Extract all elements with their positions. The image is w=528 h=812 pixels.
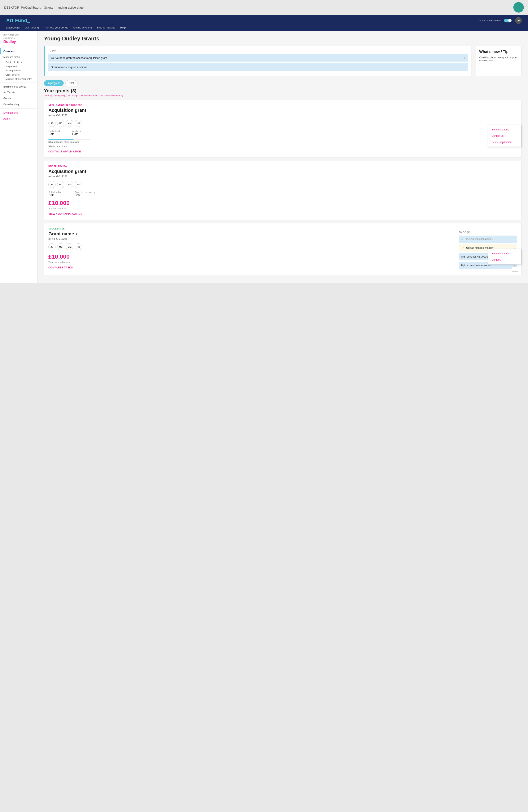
todo-label: TO DO (48, 49, 468, 52)
amount-1: £10,000 (48, 200, 517, 206)
progress-bar-fill (48, 139, 73, 140)
sidebar-sub-order-posters[interactable]: Order posters (0, 73, 38, 77)
nav-help[interactable]: Help (120, 26, 126, 29)
sidebar-sub-details[interactable]: Details, & offers (0, 60, 38, 64)
dates-row-0: Last edited Date Apply by Date (48, 130, 517, 136)
progress-bar-wrap: 3/5 application steps complete (48, 139, 517, 143)
task-item-0[interactable]: ✔ <Action condition name> (459, 235, 517, 243)
user-avatar[interactable]: JB (515, 17, 522, 24)
top-nav: Art Fund_ For Art Professionals JB Dashb… (0, 15, 528, 31)
toggle-label: For Art Professionals (480, 19, 501, 22)
avatar-mc-0: MC (57, 120, 64, 127)
amount-2: £10,000 (48, 253, 455, 260)
sidebar-item-crowdfunding[interactable]: Crowdfunding (0, 101, 38, 107)
institution-name: Dudley (3, 40, 34, 44)
avatars-row-1: JB MC MM HK (48, 181, 517, 188)
sidebar-item-my-museums[interactable]: My museums (0, 110, 38, 116)
sidebar-sub-museum-year[interactable]: Museum of the Year entry (0, 77, 38, 81)
whats-new-text: Could be about new grant or grant openin… (479, 56, 518, 62)
submitted-label: Submitted on (48, 191, 62, 193)
nav-online-ticketing[interactable]: Online ticketing (73, 26, 92, 29)
warning-icon: ⚠ (462, 246, 465, 250)
apply-by-val: Date (72, 132, 79, 136)
dropdown-menu-0: Invite colleague Contact us Delete appli… (488, 125, 522, 147)
nav-blog-insights[interactable]: Blog & Insights (97, 26, 115, 29)
grant-ref-0: ref no: G-017246 (48, 114, 517, 117)
more-options-button-2[interactable]: ··· (512, 266, 518, 272)
continue-application-link[interactable]: CONTINUE APPLICATION (48, 150, 81, 153)
tabs-row: In progress Past (44, 80, 522, 86)
todo-item-1[interactable]: Grant name x requires actions › (48, 63, 468, 71)
task-label-0: <Action condition name> (465, 238, 493, 241)
main-layout: INSTITUTION drop down ▾ Dudley Overview … (0, 31, 528, 283)
dropdown-invite-colleague-2[interactable]: Invite colleague (488, 250, 521, 257)
sidebar-item-admin[interactable]: Admin (0, 116, 38, 122)
avatar-mc-2: MC (57, 243, 64, 250)
nav-promote-venue[interactable]: Promote your venue (44, 26, 68, 29)
sidebar-sub-art-map[interactable]: Art Map details (0, 69, 38, 73)
institution-dropdown[interactable]: drop down ▾ (3, 37, 34, 39)
nav-get-funding[interactable]: Get funding (25, 26, 39, 29)
last-edited-label: Last edited (48, 130, 60, 132)
grant-card-0: APPLICATION IN PROGRESS Acquisition gran… (44, 100, 522, 158)
grant-ref-2: ref no: G-017246 (48, 237, 455, 241)
avatar-mm-0: MM (66, 120, 73, 127)
sidebar-item-exhibitions[interactable]: Exhibitions & events (0, 84, 38, 90)
decorative-avatar (513, 2, 524, 13)
institution-block: INSTITUTION drop down ▾ Dudley (0, 31, 38, 46)
grant-ref-1: ref no: G-017246 (48, 175, 517, 178)
main-content: Young Dudley Grants TO DO You've been gr… (38, 31, 528, 283)
progress-bar-bg (48, 139, 90, 140)
tab-past[interactable]: Past (66, 80, 77, 86)
task-label-2: Sign contract via DocuSign (461, 255, 491, 258)
avatar-mm-1: MM (66, 181, 73, 188)
avatar-hk-1: HK (75, 181, 82, 188)
avatar-mm-2: MM (66, 243, 73, 250)
tab-in-progress[interactable]: In progress (44, 80, 64, 86)
whats-new-title: What's new / Tip (479, 49, 518, 54)
dropdown-chevron-icon: ▾ (14, 37, 15, 39)
dropdown-contact-2[interactable]: Contact... (488, 257, 521, 263)
sidebar-sub-image-bank[interactable]: Image bank (0, 64, 38, 69)
nav-links: Dashboard Get funding Promote your venue… (0, 24, 528, 31)
sidebar-item-overview[interactable]: Overview (0, 48, 38, 54)
sidebar: INSTITUTION drop down ▾ Dudley Overview … (0, 31, 38, 283)
top-cards: TO DO You've been granted access to Aqui… (44, 46, 522, 76)
amount-label-1: Amount requested (48, 207, 517, 210)
sidebar-item-grants[interactable]: Grants (0, 96, 38, 101)
task-label-3: Upload invoice from vendor (461, 264, 492, 267)
amount-label-2: Total awarded amount (48, 261, 455, 263)
sidebar-item-art-tickets[interactable]: Art Tickets (0, 90, 38, 96)
avatar-hk-0: HK (75, 120, 82, 127)
grant-status-1: UNDER REVIEW (48, 165, 517, 168)
grant-title-0: Acquisition grant (48, 107, 517, 113)
view-application-link[interactable]: VIEW YOUR APPLICATION (48, 213, 82, 216)
avatar-mc-1: MC (57, 181, 64, 188)
sidebar-item-museum-profile[interactable]: Museum profile (0, 54, 38, 60)
chevron-right-icon: › (464, 56, 465, 59)
more-options-button-0[interactable]: ··· (512, 149, 518, 154)
dropdown-menu-2: Invite colleague Contact... (488, 249, 522, 264)
answer-by-val: Date (75, 193, 81, 197)
page-title-bar: DESKTOP_ProDashbaord_ Grants _ landing a… (0, 0, 528, 15)
grant-title-2: Grant name x (48, 231, 455, 237)
whats-new-card: What's new / Tip Could be about new gran… (476, 46, 522, 76)
dropdown-contact-us-0[interactable]: Contact us (488, 133, 521, 139)
todo-item-0[interactable]: You've been granted access to Aquisition… (48, 54, 468, 61)
apply-by-col: Apply by Date (72, 130, 81, 136)
dropdown-delete-application-0[interactable]: Delete application (488, 139, 521, 145)
top-nav-right: For Art Professionals JB (480, 17, 522, 24)
grant-card-1: UNDER REVIEW Acquisition grant ref no: G… (44, 161, 522, 220)
professional-toggle[interactable] (504, 19, 512, 23)
avatar-jb-2: JB (48, 243, 56, 250)
complete-tasks-link[interactable]: COMPLETE TASKS (48, 266, 73, 269)
missing-text: Missing <section> (48, 145, 517, 147)
logo: Art Fund_ (6, 18, 30, 23)
apply-by-label: Apply by (72, 130, 81, 132)
nav-dashboard[interactable]: Dashboard (6, 26, 20, 29)
grant-card-2: SUCCESSFUL Grant name x ref no: G-017246… (44, 223, 522, 275)
grant-status-0: APPLICATION IN PROGRESS (48, 104, 517, 106)
sidebar-nav: Overview Museum profile Details, & offer… (0, 46, 38, 124)
dropdown-invite-colleague-0[interactable]: Invite colleague (488, 127, 521, 133)
avatar-jb-0: JB (48, 120, 56, 127)
